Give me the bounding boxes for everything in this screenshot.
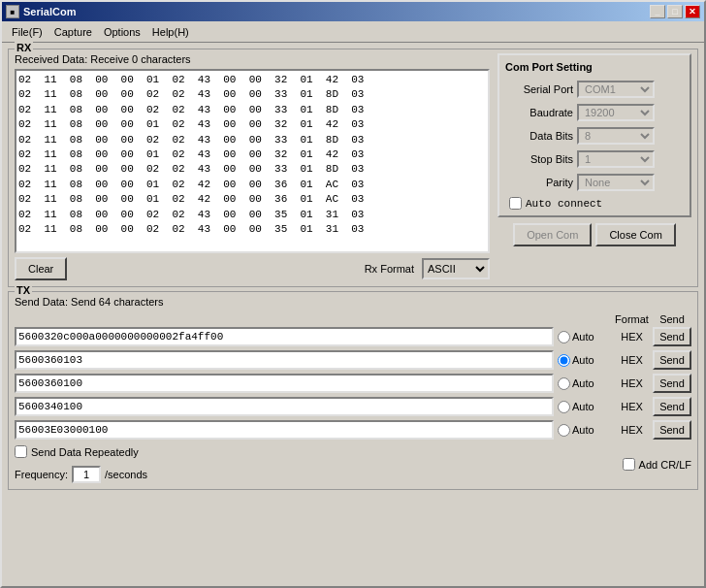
tx-label: TX (15, 284, 32, 296)
parity-row: Parity None Even Odd (505, 174, 684, 191)
tx-format-4: HEX (615, 401, 649, 412)
tx-send-btn-3[interactable]: Send (653, 374, 691, 393)
data-line: 02 11 08 00 00 01 02 43 00 00 32 01 42 0… (18, 73, 486, 87)
tx-auto-label-4: Auto (558, 401, 611, 413)
received-label: Received Data: Receive 0 characters (15, 53, 490, 65)
data-display[interactable]: 02 11 08 00 00 01 02 43 00 00 32 01 42 0… (15, 69, 490, 253)
data-line: 02 11 08 00 00 01 02 43 00 00 32 01 42 0… (18, 147, 486, 162)
minimize-button[interactable]: _ (650, 5, 665, 18)
clear-button[interactable]: Clear (15, 257, 67, 280)
data-line: 02 11 08 00 00 01 02 43 00 00 32 01 42 0… (18, 117, 486, 132)
title-buttons: _ □ ✕ (650, 5, 700, 18)
tx-row-1: Auto HEX Send (15, 327, 691, 346)
serial-port-row: Serial Port COM1 COM2 COM3 (505, 81, 684, 98)
data-line: 02 11 08 00 00 02 02 43 00 00 35 01 31 0… (18, 208, 486, 222)
tx-format-3: HEX (615, 377, 649, 389)
window-icon: ■ (6, 5, 19, 18)
data-line: 02 11 08 00 00 02 02 43 00 00 33 01 8D 0… (18, 162, 486, 177)
tx-auto-text-1: Auto (572, 331, 594, 343)
tx-bottom: Send Data Repeatedly Frequency: /seconds… (15, 445, 691, 483)
com-buttons: Open Com Close Com (497, 223, 691, 246)
tx-input-5[interactable] (15, 420, 554, 440)
data-line: 02 11 08 00 00 01 02 42 00 00 36 01 AC 0… (18, 192, 486, 207)
tx-send-btn-1[interactable]: Send (653, 327, 691, 346)
tx-auto-label-1: Auto (558, 331, 611, 343)
auto-connect-checkbox[interactable] (509, 197, 522, 210)
menu-file[interactable]: File(F) (6, 24, 48, 40)
rx-label: RX (15, 42, 33, 53)
add-crlf-label: Add CR/LF (639, 459, 691, 471)
data-line: 02 11 08 00 00 01 02 42 00 00 36 01 AC 0… (18, 178, 486, 192)
rx-left: Received Data: Receive 0 characters 02 1… (15, 53, 490, 280)
tx-input-2[interactable] (15, 350, 554, 370)
tx-format-1: HEX (615, 331, 649, 343)
tx-column-headers: Format Send (15, 313, 691, 325)
send-repeatedly-checkbox[interactable] (15, 445, 27, 458)
tx-format-5: HEX (615, 424, 649, 436)
tx-row-2: Auto HEX Send (15, 350, 691, 370)
baudrate-select[interactable]: 19200 9600 38400 115200 (577, 104, 655, 121)
maximize-button[interactable]: □ (667, 5, 683, 18)
close-button[interactable]: ✕ (685, 5, 700, 18)
tx-section: TX Send Data: Send 64 characters Format … (8, 291, 698, 490)
data-line: 02 11 08 00 00 02 02 43 00 00 33 01 8D 0… (18, 87, 486, 102)
close-com-button[interactable]: Close Com (595, 223, 675, 246)
seconds-label: /seconds (105, 469, 147, 480)
send-data-label: Send Data: Send 64 characters (15, 296, 691, 308)
title-bar: ■ SerialCom _ □ ✕ (2, 2, 704, 21)
rx-format-select[interactable]: ASCII HEX (422, 258, 490, 279)
baudrate-row: Baudrate 19200 9600 38400 115200 (505, 104, 684, 121)
data-line: 02 11 08 00 00 02 02 43 00 00 33 01 8D 0… (18, 103, 486, 117)
serial-port-select[interactable]: COM1 COM2 COM3 (577, 81, 655, 98)
open-com-button[interactable]: Open Com (513, 223, 592, 246)
tx-auto-text-4: Auto (572, 401, 594, 412)
tx-auto-radio-5[interactable] (558, 424, 570, 437)
tx-send-btn-5[interactable]: Send (653, 420, 691, 440)
menu-help[interactable]: Help(H) (146, 24, 195, 40)
parity-select[interactable]: None Even Odd (577, 174, 655, 191)
frequency-label: Frequency: (15, 469, 68, 480)
col-format-header: Format (615, 313, 649, 325)
data-bits-select[interactable]: 8 7 (577, 127, 655, 145)
main-window: ■ SerialCom _ □ ✕ File(F) Capture Option… (0, 0, 706, 588)
rx-format-label: Rx Format (365, 263, 414, 275)
tx-input-1[interactable] (15, 327, 554, 346)
add-crlf-checkbox[interactable] (623, 458, 635, 471)
serial-port-label: Serial Port (505, 83, 573, 95)
data-line: 02 11 08 00 00 02 02 43 00 00 33 01 8D 0… (18, 133, 486, 147)
baudrate-label: Baudrate (505, 107, 573, 118)
col-send-header: Send (653, 313, 691, 325)
stop-bits-row: Stop Bits 1 2 (505, 150, 684, 168)
frequency-input[interactable] (72, 466, 101, 483)
stop-bits-select[interactable]: 1 2 (577, 150, 655, 168)
menu-capture[interactable]: Capture (48, 24, 98, 40)
main-content: RX Received Data: Receive 0 characters 0… (2, 43, 704, 586)
tx-auto-radio-4[interactable] (558, 401, 570, 413)
tx-auto-radio-3[interactable] (558, 377, 570, 390)
title-bar-left: ■ SerialCom (6, 5, 76, 18)
tx-auto-text-5: Auto (572, 424, 594, 436)
tx-format-2: HEX (615, 354, 649, 366)
parity-label: Parity (505, 177, 573, 188)
send-repeatedly-text: Send Data Repeatedly (31, 446, 139, 458)
rx-content: Received Data: Receive 0 characters 02 1… (15, 53, 691, 280)
rx-section: RX Received Data: Receive 0 characters 0… (8, 49, 698, 287)
tx-row-5: Auto HEX Send (15, 420, 691, 440)
send-repeatedly-label: Send Data Repeatedly (15, 445, 147, 458)
stop-bits-label: Stop Bits (505, 153, 573, 165)
rx-right: Com Port Setting Serial Port COM1 COM2 C… (497, 53, 691, 280)
tx-auto-radio-2[interactable] (558, 354, 570, 367)
tx-send-btn-4[interactable]: Send (653, 397, 691, 416)
tx-send-btn-2[interactable]: Send (653, 350, 691, 370)
tx-row-3: Auto HEX Send (15, 374, 691, 393)
com-port-setting: Com Port Setting Serial Port COM1 COM2 C… (497, 53, 691, 217)
tx-auto-label-2: Auto (558, 354, 611, 367)
tx-input-3[interactable] (15, 374, 554, 393)
tx-auto-label-5: Auto (558, 424, 611, 437)
tx-input-4[interactable] (15, 397, 554, 416)
rx-controls: Clear Rx Format ASCII HEX (15, 257, 490, 280)
menu-options[interactable]: Options (98, 24, 146, 40)
window-title: SerialCom (23, 6, 76, 17)
tx-auto-radio-1[interactable] (558, 331, 570, 343)
tx-auto-label-3: Auto (558, 377, 611, 390)
